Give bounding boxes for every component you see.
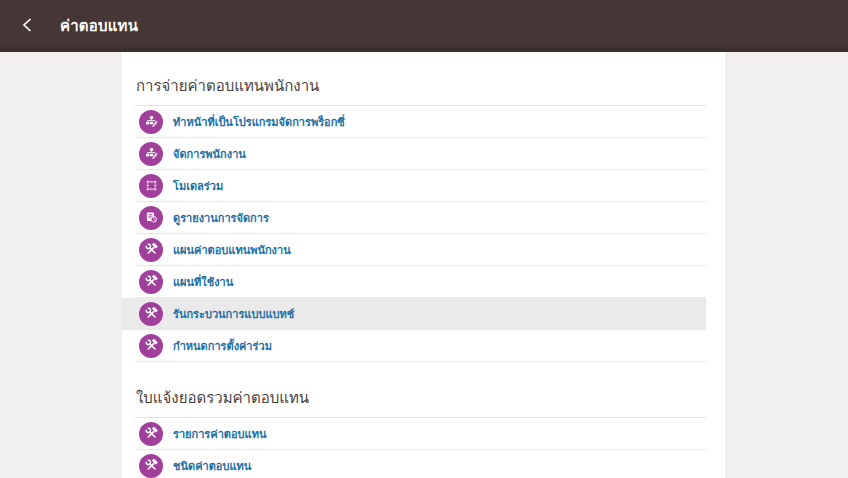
menu-item[interactable]: จัดการพนักงาน bbox=[135, 138, 706, 170]
app-root: { "header": { "title": "ค่าตอบแทน", "bac… bbox=[0, 0, 848, 478]
menu-item-label[interactable]: ดูรายงานการจัดการ bbox=[173, 209, 269, 227]
menu-item-label[interactable]: แผนค่าตอบแทนพนักงาน bbox=[173, 241, 291, 259]
menu-item[interactable]: ดูรายงานการจัดการ bbox=[135, 202, 706, 234]
org-edit-icon bbox=[139, 142, 163, 166]
tools-icon bbox=[139, 302, 163, 326]
app-header: ค่าตอบแทน bbox=[0, 0, 848, 52]
workspace-card: การจ่ายค่าตอบแทนพนักงาน ทำหน้าที่เป็นโปร… bbox=[122, 52, 725, 478]
tools-icon bbox=[139, 454, 163, 478]
menu-item[interactable]: แผนที่ใช้งาน bbox=[135, 266, 706, 298]
menu-item-label[interactable]: รันกระบวนการแบบแบทช์ bbox=[173, 305, 294, 323]
page-title: ค่าตอบแทน bbox=[60, 14, 138, 38]
menu-item-label[interactable]: แผนที่ใช้งาน bbox=[173, 273, 233, 291]
section-rows: รายการค่าตอบแทน ชนิดค่าตอบแทน bbox=[135, 418, 706, 478]
section: ใบแจ้งยอดรวมค่าตอบแทน รายการค่าตอบแทน ชน… bbox=[135, 386, 706, 478]
section: การจ่ายค่าตอบแทนพนักงาน ทำหน้าที่เป็นโปร… bbox=[135, 74, 706, 362]
chevron-left-icon bbox=[20, 17, 36, 36]
menu-item-label[interactable]: จัดการพนักงาน bbox=[173, 145, 246, 163]
menu-item-label[interactable]: รายการค่าตอบแทน bbox=[173, 425, 266, 443]
menu-item[interactable]: รายการค่าตอบแทน bbox=[135, 418, 706, 450]
menu-item[interactable]: กำหนดการตั้งค่าร่วม bbox=[135, 330, 706, 362]
tools-icon bbox=[139, 238, 163, 262]
menu-item-label[interactable]: ทำหน้าที่เป็นโปรแกรมจัดการพร็อกซี่ bbox=[173, 113, 345, 131]
tools-icon bbox=[139, 422, 163, 446]
section-heading: ใบแจ้งยอดรวมค่าตอบแทน bbox=[135, 386, 706, 418]
section-rows: ทำหน้าที่เป็นโปรแกรมจัดการพร็อกซี่ จัดกา… bbox=[135, 106, 706, 362]
menu-item-label[interactable]: โมเดลร่วม bbox=[173, 177, 223, 195]
model-icon bbox=[139, 174, 163, 198]
menu-item[interactable]: ชนิดค่าตอบแทน bbox=[135, 450, 706, 478]
report-icon bbox=[139, 206, 163, 230]
menu-item-label[interactable]: กำหนดการตั้งค่าร่วม bbox=[173, 337, 272, 355]
menu-item[interactable]: โมเดลร่วม bbox=[135, 170, 706, 202]
section-heading: การจ่ายค่าตอบแทนพนักงาน bbox=[135, 74, 706, 106]
menu-item[interactable]: ทำหน้าที่เป็นโปรแกรมจัดการพร็อกซี่ bbox=[135, 106, 706, 138]
menu-item-label[interactable]: ชนิดค่าตอบแทน bbox=[173, 457, 251, 475]
back-button[interactable] bbox=[14, 12, 42, 40]
menu-item[interactable]: แผนค่าตอบแทนพนักงาน bbox=[135, 234, 706, 266]
tools-icon bbox=[139, 270, 163, 294]
menu-item[interactable]: รันกระบวนการแบบแบทช์ bbox=[122, 298, 706, 330]
org-edit-icon bbox=[139, 110, 163, 134]
tools-icon bbox=[139, 334, 163, 358]
